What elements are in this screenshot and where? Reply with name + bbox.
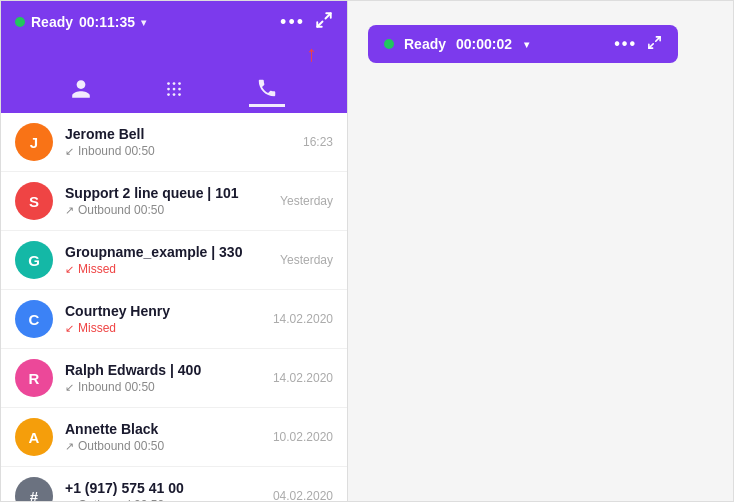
avatar-6: A — [15, 418, 53, 456]
svg-point-8 — [167, 93, 170, 96]
call-info-1: Jerome Bell ↙ Inbound 00:50 — [65, 126, 291, 158]
right-panel: Ready 00:00:02 ▾ ••• — [348, 0, 734, 502]
call-info-4: Courtney Henry ↙ Missed — [65, 303, 261, 335]
svg-point-9 — [173, 93, 176, 96]
call-name-1: Jerome Bell — [65, 126, 291, 142]
inbound-icon-1: ↙ — [65, 145, 74, 158]
avatar-3: G — [15, 241, 53, 279]
call-time-4: 14.02.2020 — [273, 312, 333, 326]
call-info-6: Annette Black ↗ Outbound 00:50 — [65, 421, 261, 453]
header-bar: Ready 00:11:35 ▾ ••• ↑ — [1, 1, 347, 113]
call-name-4: Courtney Henry — [65, 303, 261, 319]
call-sub-4: ↙ Missed — [65, 321, 261, 335]
header-actions: ••• — [280, 11, 333, 33]
avatar-7: # — [15, 477, 53, 501]
call-info-7: +1 (917) 575 41 00 ↗ Outbound 00:50 — [65, 480, 261, 501]
call-type-2: Outbound 00:50 — [78, 203, 164, 217]
call-item-1[interactable]: J Jerome Bell ↙ Inbound 00:50 16:23 — [1, 113, 347, 172]
svg-point-5 — [167, 88, 170, 91]
avatar-5: R — [15, 359, 53, 397]
status-label: Ready — [31, 14, 73, 30]
svg-point-3 — [173, 82, 176, 85]
chevron-down-icon[interactable]: ▾ — [141, 17, 146, 28]
right-status-dot — [384, 39, 394, 49]
outbound-icon-6: ↗ — [65, 440, 74, 453]
right-expand-icon[interactable] — [647, 35, 662, 53]
call-sub-1: ↙ Inbound 00:50 — [65, 144, 291, 158]
call-sub-3: ↙ Missed — [65, 262, 268, 276]
call-item-5[interactable]: R Ralph Edwards | 400 ↙ Inbound 00:50 14… — [1, 349, 347, 408]
right-chevron-icon[interactable]: ▾ — [524, 39, 529, 50]
svg-point-10 — [178, 93, 181, 96]
call-time-7: 04.02.2020 — [273, 489, 333, 501]
call-time-5: 14.02.2020 — [273, 371, 333, 385]
call-item-2[interactable]: S Support 2 line queue | 101 ↗ Outbound … — [1, 172, 347, 231]
avatar-1: J — [15, 123, 53, 161]
call-list: J Jerome Bell ↙ Inbound 00:50 16:23 S Su… — [1, 113, 347, 501]
call-item-3[interactable]: G Groupname_example | 330 ↙ Missed Yeste… — [1, 231, 347, 290]
avatar-2: S — [15, 182, 53, 220]
svg-point-4 — [178, 82, 181, 85]
red-arrow-icon: ↑ — [306, 43, 317, 67]
call-item-4[interactable]: C Courtney Henry ↙ Missed 14.02.2020 — [1, 290, 347, 349]
right-more-icon[interactable]: ••• — [614, 35, 637, 53]
missed-icon-3: ↙ — [65, 263, 74, 276]
call-info-3: Groupname_example | 330 ↙ Missed — [65, 244, 268, 276]
call-item-6[interactable]: A Annette Black ↗ Outbound 00:50 10.02.2… — [1, 408, 347, 467]
profile-nav-button[interactable] — [63, 71, 99, 107]
call-time-3: Yesterday — [280, 253, 333, 267]
more-options-icon[interactable]: ••• — [280, 12, 305, 33]
call-type-5: Inbound 00:50 — [78, 380, 155, 394]
outbound-icon-7: ↗ — [65, 499, 74, 502]
right-timer-label: 00:00:02 — [456, 36, 512, 52]
inbound-icon-5: ↙ — [65, 381, 74, 394]
header-top: Ready 00:11:35 ▾ ••• — [15, 11, 333, 33]
call-sub-5: ↙ Inbound 00:50 — [65, 380, 261, 394]
svg-point-6 — [173, 88, 176, 91]
nav-icons — [15, 63, 333, 113]
call-name-3: Groupname_example | 330 — [65, 244, 268, 260]
call-name-7: +1 (917) 575 41 00 — [65, 480, 261, 496]
call-time-6: 10.02.2020 — [273, 430, 333, 444]
status-indicator[interactable]: Ready 00:11:35 ▾ — [15, 14, 146, 30]
call-time-1: 16:23 — [303, 135, 333, 149]
call-type-3: Missed — [78, 262, 116, 276]
call-type-1: Inbound 00:50 — [78, 144, 155, 158]
call-name-5: Ralph Edwards | 400 — [65, 362, 261, 378]
call-sub-7: ↗ Outbound 00:50 — [65, 498, 261, 501]
call-type-7: Outbound 00:50 — [78, 498, 164, 501]
avatar-4: C — [15, 300, 53, 338]
dialpad-nav-button[interactable] — [156, 71, 192, 107]
expand-icon[interactable] — [315, 11, 333, 33]
status-dot — [15, 17, 25, 27]
call-info-5: Ralph Edwards | 400 ↙ Inbound 00:50 — [65, 362, 261, 394]
call-type-4: Missed — [78, 321, 116, 335]
svg-point-7 — [178, 88, 181, 91]
call-info-2: Support 2 line queue | 101 ↗ Outbound 00… — [65, 185, 268, 217]
missed-icon-4: ↙ — [65, 322, 74, 335]
call-item-7[interactable]: # +1 (917) 575 41 00 ↗ Outbound 00:50 04… — [1, 467, 347, 501]
call-sub-6: ↗ Outbound 00:50 — [65, 439, 261, 453]
call-sub-2: ↗ Outbound 00:50 — [65, 203, 268, 217]
call-type-6: Outbound 00:50 — [78, 439, 164, 453]
timer-label: 00:11:35 — [79, 14, 135, 30]
red-arrow-container: ↑ — [15, 43, 333, 67]
svg-point-2 — [167, 82, 170, 85]
ready-status-badge: Ready 00:00:02 ▾ ••• — [368, 25, 678, 63]
call-name-6: Annette Black — [65, 421, 261, 437]
left-panel: Ready 00:11:35 ▾ ••• ↑ — [0, 0, 348, 502]
right-status-label: Ready — [404, 36, 446, 52]
phone-nav-button[interactable] — [249, 71, 285, 107]
call-name-2: Support 2 line queue | 101 — [65, 185, 268, 201]
outbound-icon-2: ↗ — [65, 204, 74, 217]
call-time-2: Yesterday — [280, 194, 333, 208]
